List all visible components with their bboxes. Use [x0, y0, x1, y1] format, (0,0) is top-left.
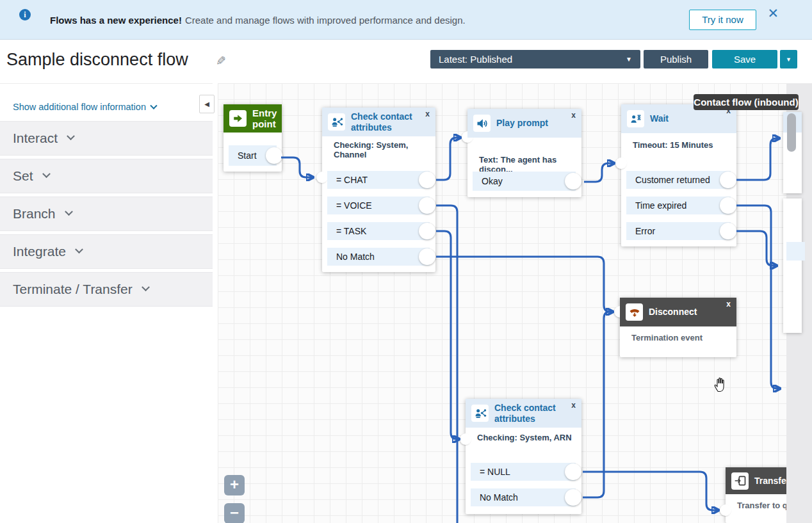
- zoom-out-button[interactable]: −: [224, 503, 245, 523]
- chevron-down-icon: [65, 207, 73, 216]
- output-row-partial: [786, 242, 805, 261]
- chevron-down-icon: ▼: [626, 56, 632, 63]
- chevron-down-icon: [67, 132, 75, 140]
- banner-message-bold: Flows has a new experience!: [50, 15, 182, 26]
- section-label: Terminate / Transfer: [13, 282, 133, 296]
- publish-button[interactable]: Publish: [644, 50, 708, 68]
- chevron-down-icon: [142, 283, 150, 291]
- flow-canvas[interactable]: Entry point Start Check contact attribut…: [218, 83, 812, 523]
- banner-message: Flows has a new experience!Create and ma…: [50, 15, 466, 26]
- chevron-down-icon: [75, 245, 83, 253]
- chevron-down-icon: [42, 170, 51, 178]
- toggle-label: Show additional flow information: [13, 102, 146, 112]
- flow-type-tooltip: Contact flow (inbound): [694, 94, 799, 110]
- connectors: [218, 83, 812, 523]
- blocks-sidebar: Show additional flow information Interac…: [0, 83, 213, 523]
- sidebar-section-terminate-transfer[interactable]: Terminate / Transfer: [0, 272, 213, 307]
- version-dropdown[interactable]: Latest: Published ▼: [430, 50, 640, 68]
- section-label: Branch: [13, 206, 56, 221]
- vertical-scrollbar-thumb[interactable]: [787, 113, 796, 152]
- edit-title-icon[interactable]: ✎: [216, 54, 226, 68]
- section-label: Interact: [13, 131, 58, 145]
- section-label: Integrate: [13, 244, 66, 259]
- new-experience-banner: i Flows has a new experience!Create and …: [0, 0, 812, 40]
- info-icon: i: [19, 9, 31, 20]
- sidebar-collapse-button[interactable]: ◀: [199, 95, 215, 113]
- sidebar-section-interact[interactable]: Interact: [0, 121, 213, 156]
- offscreen-node-partial[interactable]: [783, 198, 802, 333]
- section-label: Set: [13, 168, 33, 183]
- show-flow-information-toggle[interactable]: Show additional flow information: [13, 102, 156, 112]
- page-title: Sample disconnect flow: [6, 50, 188, 70]
- save-dropdown-button[interactable]: ▼: [780, 50, 797, 68]
- sidebar-section-branch[interactable]: Branch: [0, 197, 213, 231]
- banner-message-rest: Create and manage flows with improved pe…: [185, 15, 466, 26]
- hand-cursor-icon: [713, 376, 727, 395]
- banner-close-icon[interactable]: ✕: [767, 6, 779, 21]
- flow-designer-page: i Flows has a new experience!Create and …: [0, 0, 812, 523]
- sidebar-section-set[interactable]: Set: [0, 159, 213, 193]
- chevron-down-icon: [150, 102, 157, 109]
- save-button[interactable]: Save: [712, 50, 777, 68]
- try-it-now-button[interactable]: Try it now: [689, 10, 756, 30]
- zoom-in-button[interactable]: +: [224, 475, 245, 495]
- version-dropdown-label: Latest: Published: [439, 54, 512, 65]
- sidebar-section-integrate[interactable]: Integrate: [0, 234, 213, 269]
